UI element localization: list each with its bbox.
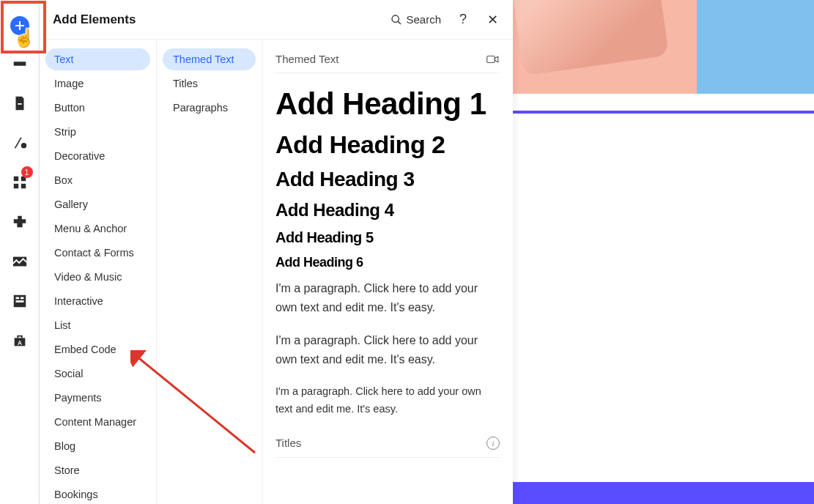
category-blog[interactable]: Blog (45, 435, 150, 457)
section-icon[interactable] (5, 49, 34, 78)
svg-point-13 (392, 15, 399, 22)
svg-rect-11 (15, 300, 23, 303)
svg-rect-6 (21, 184, 25, 188)
category-embed-code[interactable]: Embed Code (45, 338, 150, 360)
category-image[interactable]: Image (45, 73, 150, 94)
addons-icon[interactable] (5, 207, 34, 237)
panel-title: Add Elements (53, 12, 376, 27)
category-menu-anchor[interactable]: Menu & Anchor (45, 218, 150, 240)
svg-text:A: A (18, 340, 22, 346)
category-interactive[interactable]: Interactive (45, 290, 150, 312)
heading-3-preset[interactable]: Add Heading 3 (275, 168, 500, 191)
paragraph-2-preset[interactable]: I'm a paragraph. Click here to add your … (275, 331, 500, 368)
svg-rect-10 (20, 297, 23, 300)
subcategory-titles[interactable]: Titles (163, 73, 256, 94)
heading-4-preset[interactable]: Add Heading 4 (275, 200, 500, 220)
section-title: Themed Text (275, 53, 338, 65)
category-video-music[interactable]: Video & Music (45, 266, 150, 288)
category-gallery[interactable]: Gallery (45, 193, 150, 215)
data-icon[interactable] (5, 286, 34, 316)
paragraph-3-preset[interactable]: I'm a paragraph. Click here to add your … (275, 383, 500, 417)
heading-2-preset[interactable]: Add Heading 2 (275, 130, 500, 159)
category-bookings[interactable]: Bookings (45, 483, 150, 504)
subcategory-column: Themed Text Titles Paragraphs (157, 40, 262, 504)
search-label: Search (406, 13, 441, 26)
category-payments[interactable]: Payments (45, 387, 150, 409)
category-decorative[interactable]: Decorative (45, 145, 150, 167)
apps-icon[interactable]: 1 (5, 168, 34, 197)
svg-rect-9 (15, 297, 19, 300)
preview-column: Themed Text Add Heading 1 Add Heading 2 … (262, 40, 513, 504)
section-header-titles: Titles i (275, 432, 500, 458)
section-title-titles: Titles (275, 437, 301, 449)
svg-rect-0 (13, 62, 26, 66)
video-icon[interactable] (486, 54, 500, 64)
category-button[interactable]: Button (45, 97, 150, 119)
canvas-footer-band (513, 482, 814, 504)
category-contact-forms[interactable]: Contact & Forms (45, 242, 150, 264)
subcategory-themed-text[interactable]: Themed Text (163, 48, 256, 70)
category-strip[interactable]: Strip (45, 121, 150, 143)
info-icon[interactable]: i (486, 437, 500, 450)
design-icon[interactable] (5, 128, 34, 158)
subcategory-paragraphs[interactable]: Paragraphs (163, 97, 256, 119)
help-button[interactable]: ? (456, 12, 470, 27)
left-toolbar: 1 A (0, 0, 40, 504)
heading-5-preset[interactable]: Add Heading 5 (275, 229, 500, 246)
svg-point-2 (21, 143, 26, 148)
search-button[interactable]: Search (391, 13, 441, 26)
cursor-pointer-icon: ☝ (13, 28, 35, 48)
category-social[interactable]: Social (45, 363, 150, 385)
category-column: Text Image Button Strip Decorative Box G… (40, 40, 157, 504)
category-content-manager[interactable]: Content Manager (45, 411, 150, 433)
category-list[interactable]: List (45, 314, 150, 336)
add-elements-panel: Add Elements Search ? ✕ Text Image Butto… (40, 0, 513, 504)
section-header-themed-text: Themed Text (275, 48, 500, 73)
svg-rect-1 (18, 103, 22, 105)
panel-body: Text Image Button Strip Decorative Box G… (40, 40, 513, 504)
panel-header: Add Elements Search ? ✕ (40, 0, 513, 40)
close-button[interactable]: ✕ (485, 12, 500, 28)
media-icon[interactable] (5, 247, 34, 276)
business-icon[interactable]: A (5, 326, 34, 355)
pages-icon[interactable] (5, 89, 34, 118)
canvas-divider (513, 111, 814, 114)
apps-badge: 1 (21, 166, 33, 178)
svg-line-14 (398, 21, 401, 24)
canvas-blue-area (697, 0, 814, 94)
svg-rect-15 (487, 56, 495, 62)
heading-6-preset[interactable]: Add Heading 6 (275, 255, 500, 270)
paragraph-1-preset[interactable]: I'm a paragraph. Click here to add your … (275, 279, 500, 316)
svg-rect-5 (13, 184, 18, 188)
category-text[interactable]: Text (45, 48, 150, 70)
svg-rect-3 (13, 177, 18, 181)
search-icon (391, 14, 402, 26)
heading-1-preset[interactable]: Add Heading 1 (275, 86, 500, 122)
category-store[interactable]: Store (45, 459, 150, 481)
category-box[interactable]: Box (45, 169, 150, 191)
